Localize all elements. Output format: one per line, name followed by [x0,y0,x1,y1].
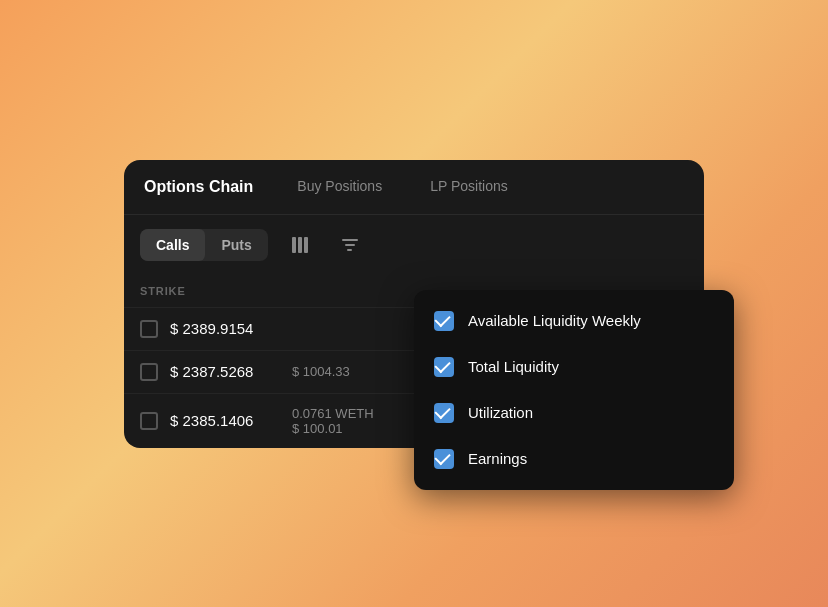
dropdown-item-utilization[interactable]: Utilization [414,390,734,436]
dropdown-item-earnings[interactable]: Earnings [414,436,734,482]
tab-buy-positions[interactable]: Buy Positions [273,160,406,214]
dropdown-label-total-liquidity: Total Liquidity [468,358,559,375]
controls-row: Calls Puts [124,215,704,275]
checkbox-utilization [434,403,454,423]
filter-icon [342,239,358,251]
row-extra-usd: $ 100.01 [292,421,374,436]
row-extra-2: $ 1004.33 [292,364,350,379]
dropdown-item-available-liquidity[interactable]: Available Liquidity Weekly [414,298,734,344]
card-title: Options Chain [124,160,273,214]
filter-button[interactable] [332,227,368,263]
checkbox-available-liquidity [434,311,454,331]
toggle-group: Calls Puts [140,229,268,261]
row-checkbox-3[interactable] [140,412,158,430]
row-checkbox-2[interactable] [140,363,158,381]
checkbox-earnings [434,449,454,469]
strike-column-header: STRIKE [140,285,186,297]
column-filter-dropdown: Available Liquidity Weekly Total Liquidi… [414,290,734,490]
row-extra-weth: 0.0761 WETH [292,406,374,421]
strike-price-2: $ 2387.5268 [170,363,280,380]
dropdown-label-earnings: Earnings [468,450,527,467]
header-tabs: Buy Positions LP Positions [273,160,704,214]
tab-lp-positions[interactable]: LP Positions [406,160,532,214]
columns-icon [292,237,308,253]
dropdown-label-available-liquidity: Available Liquidity Weekly [468,312,641,329]
puts-toggle[interactable]: Puts [205,229,267,261]
strike-price-1: $ 2389.9154 [170,320,280,337]
checkbox-total-liquidity [434,357,454,377]
options-chain-card: Options Chain Buy Positions LP Positions… [124,160,704,448]
card-header: Options Chain Buy Positions LP Positions [124,160,704,215]
dropdown-label-utilization: Utilization [468,404,533,421]
row-extra-3: 0.0761 WETH $ 100.01 [292,406,374,436]
columns-button[interactable] [282,227,318,263]
dropdown-item-total-liquidity[interactable]: Total Liquidity [414,344,734,390]
row-checkbox-1[interactable] [140,320,158,338]
strike-price-3: $ 2385.1406 [170,412,280,429]
calls-toggle[interactable]: Calls [140,229,205,261]
